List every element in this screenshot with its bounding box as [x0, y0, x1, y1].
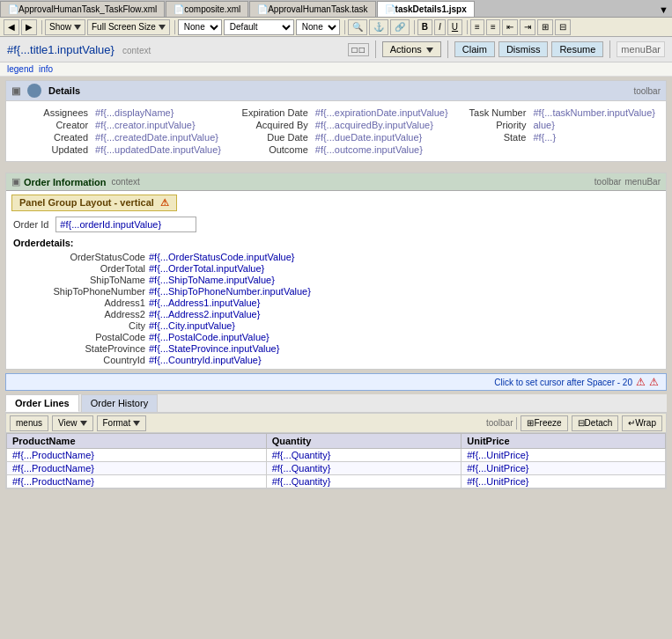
collapse-order-icon[interactable]: ▣ — [11, 176, 20, 187]
wrap-button[interactable]: ↵ Wrap — [622, 415, 662, 431]
underline-button[interactable]: U — [447, 19, 462, 35]
order-fields-grid: OrderStatusCode#f{...OrderStatusCode.inp… — [13, 252, 659, 365]
tab-composite-xml[interactable]: 📄 composite.xml — [166, 1, 248, 17]
file-icon: 📄 — [257, 4, 268, 14]
tab-overflow[interactable]: ▼ — [655, 3, 672, 17]
menubar-label[interactable]: menuBar — [617, 41, 665, 57]
table-row: #f{...ProductName}#f{...Quantity}#f{...U… — [7, 475, 666, 488]
field-value-orderstatuscode: #f{...OrderStatusCode.inputValue} — [149, 252, 659, 262]
acquired-value: #f{...acquiredBy.inputValue} — [312, 119, 452, 131]
link-button[interactable]: 🔗 — [390, 19, 410, 35]
separator — [41, 20, 42, 34]
field-label-ordertotal: OrderTotal — [31, 263, 145, 274]
dropdown-icon — [424, 44, 433, 55]
view-button[interactable]: View — [52, 415, 93, 431]
indent2-button[interactable]: ⇥ — [520, 19, 535, 35]
page-title: #f{...title1.inputValue} — [7, 43, 114, 56]
order-info-section: ▣ Order Information context toolbar menu… — [5, 173, 667, 370]
tab-order-lines[interactable]: Order Lines — [5, 394, 79, 412]
details-section: ▣ Details toolbar Assignees #f{...displa… — [5, 80, 667, 162]
format-dropdown-icon — [130, 418, 140, 428]
bold-button[interactable]: B — [417, 19, 432, 35]
cell-product: #f{...ProductName} — [7, 462, 267, 475]
tab-task-details[interactable]: 📄 taskDetails1.jspx — [377, 1, 475, 17]
separator — [174, 20, 175, 34]
default-select[interactable]: Default — [224, 19, 294, 35]
due-label: Due Date — [225, 131, 312, 143]
field-value-address2: #f{...Address2.inputValue} — [149, 309, 659, 320]
resume-button[interactable]: Resume — [551, 41, 603, 57]
list1-button[interactable]: ≡ — [470, 19, 484, 35]
assignees-label: Assignees — [13, 106, 92, 119]
order-context-label: context — [112, 177, 140, 187]
details-header: ▣ Details toolbar — [6, 81, 666, 101]
order-lines-table: ProductName Quantity UnitPrice #f{...Pro… — [6, 433, 666, 488]
chevron-down-icon: ▼ — [659, 4, 668, 15]
cell-quantity: #f{...Quantity} — [266, 475, 462, 488]
anchor-button[interactable]: ⚓ — [369, 19, 388, 35]
field-label-shiptoname: ShipToName — [31, 275, 145, 285]
file-icon: 📄 — [8, 4, 18, 14]
menus-button[interactable]: menus — [10, 415, 48, 431]
priority-value: alue} — [529, 119, 659, 131]
context-label: context — [122, 46, 151, 55]
field-label-stateprovince: StateProvince — [31, 343, 145, 354]
none2-select[interactable]: None — [296, 19, 340, 35]
separator — [414, 20, 415, 34]
italic-button[interactable]: I — [434, 19, 446, 35]
tab-approval-task-xml[interactable]: 📄 ApprovalHumanTask_TaskFlow.xml — [0, 1, 165, 17]
order-info-header: ▣ Order Information context toolbar menu… — [6, 173, 666, 191]
dropdown-icon — [156, 22, 166, 32]
order-id-input[interactable] — [55, 217, 196, 232]
show-button[interactable]: Show — [45, 19, 85, 35]
field-value-shiptoname: #f{...ShipToName.inputValue} — [149, 275, 659, 285]
order-lines-tabs: Order Lines Order History — [5, 394, 667, 413]
table-row: #f{...ProductName}#f{...Quantity}#f{...U… — [7, 462, 666, 475]
separator — [516, 417, 517, 430]
find-button[interactable]: 🔍 — [348, 19, 367, 35]
forward-button[interactable]: ▶ — [21, 19, 37, 35]
main-content: #f{...title1.inputValue} context □□ Acti… — [0, 37, 672, 637]
col-quantity: Quantity — [266, 434, 462, 449]
header-actions-area: □□ Actions Claim Dismiss Resume menuBar — [348, 40, 665, 58]
order-menubar-label: menuBar — [624, 177, 661, 187]
field-value-stateprovince: #f{...StateProvince.inputValue} — [149, 343, 659, 354]
state-value: #f{...} — [529, 131, 659, 143]
legend-link[interactable]: legend — [7, 64, 33, 74]
detach-button[interactable]: ⊟ Detach — [572, 415, 619, 431]
freeze-button[interactable]: ⊞ Freeze — [521, 415, 567, 431]
fullscreen-button[interactable]: Full Screen Size — [87, 19, 170, 35]
field-label-postalcode: PostalCode — [31, 332, 145, 342]
list2-button[interactable]: ≡ — [486, 19, 500, 35]
actions-button[interactable]: Actions — [382, 41, 441, 57]
warning-icon-1: ⚠ — [636, 376, 646, 388]
align2-button[interactable]: ⊟ — [555, 19, 571, 35]
order-section-title: Order Information — [24, 177, 107, 187]
updated-value: #f{...updatedDate.inputValue} — [92, 143, 225, 156]
collapse-icon[interactable]: ▣ — [11, 85, 20, 97]
dismiss-button[interactable]: Dismiss — [498, 41, 549, 57]
wrap-icon: ↵ — [628, 418, 635, 428]
claim-button[interactable]: Claim — [454, 41, 495, 57]
order-toolbars: toolbar menuBar — [594, 177, 661, 187]
info-link[interactable]: info — [39, 64, 53, 74]
person-avatar — [27, 84, 41, 98]
cell-price: #f{...UnitPrice} — [462, 462, 666, 475]
priority-label: Priority — [452, 119, 530, 131]
dropdown-icon — [71, 22, 81, 32]
separator — [344, 20, 345, 34]
cell-price: #f{...UnitPrice} — [462, 449, 666, 462]
resize-handle[interactable]: □□ — [348, 43, 369, 56]
tab-bar: 📄 ApprovalHumanTask_TaskFlow.xml 📄 compo… — [0, 0, 672, 18]
field-value-postalcode: #f{...PostalCode.inputValue} — [149, 332, 659, 342]
table-row: #f{...ProductName}#f{...Quantity}#f{...U… — [7, 449, 666, 462]
none1-select[interactable]: None — [178, 19, 222, 35]
legend-bar: legend info — [0, 62, 672, 77]
spacer-click-bar[interactable]: Click to set cursor after Spacer - 20 ⚠ … — [5, 373, 667, 391]
tab-order-history[interactable]: Order History — [81, 394, 158, 412]
indent1-button[interactable]: ⇤ — [502, 19, 518, 35]
align1-button[interactable]: ⊞ — [537, 19, 553, 35]
format-button[interactable]: Format — [97, 415, 147, 431]
back-button[interactable]: ◀ — [4, 19, 19, 35]
tab-approval-task[interactable]: 📄 ApprovalHumanTask.task — [249, 1, 375, 17]
